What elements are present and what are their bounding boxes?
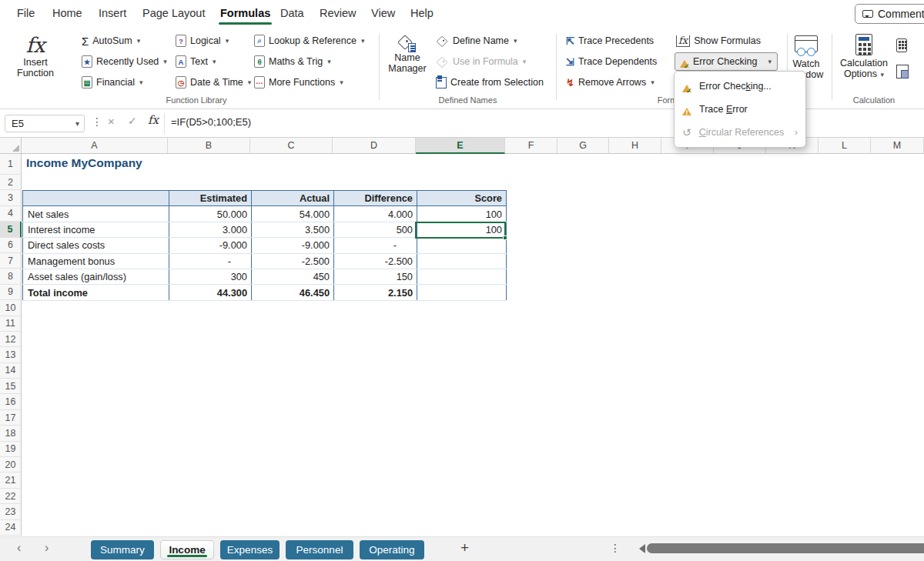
- sheet-tab-operating[interactable]: Operating: [360, 540, 424, 559]
- column-header-E[interactable]: E: [416, 138, 505, 154]
- row-header-24[interactable]: 24: [0, 520, 22, 536]
- table-cell[interactable]: 44.300: [169, 285, 252, 300]
- row-header-23[interactable]: 23: [0, 504, 22, 519]
- more-functions-button[interactable]: ⋯ More Functions▾: [254, 74, 343, 91]
- column-header-D[interactable]: D: [333, 138, 416, 154]
- table-cell[interactable]: [417, 285, 507, 300]
- table-cell[interactable]: 46.450: [252, 285, 334, 300]
- menu-tab-page-layout[interactable]: Page Layout: [142, 7, 205, 19]
- table-cell[interactable]: -2.500: [252, 253, 334, 269]
- table-cell[interactable]: 450: [252, 269, 334, 284]
- sheet-content[interactable]: Income MyCompany EstimatedActualDifferen…: [22, 154, 924, 536]
- sheet-tab-summary[interactable]: Summary: [91, 540, 154, 559]
- table-cell[interactable]: [23, 191, 169, 206]
- insert-function-button[interactable]: fx Insert Function: [12, 34, 59, 78]
- row-header-19[interactable]: 19: [0, 442, 22, 457]
- table-cell[interactable]: 54.000: [252, 206, 334, 222]
- row-header-10[interactable]: 10: [0, 300, 22, 316]
- table-cell[interactable]: 100: [417, 206, 507, 222]
- table-cell[interactable]: -9.000: [169, 238, 252, 253]
- row-header-11[interactable]: 11: [0, 316, 22, 332]
- show-formulas-button[interactable]: fx Show Formulas: [676, 32, 761, 49]
- menu-item-error-checking[interactable]: ✓ Error Checking...: [675, 75, 805, 98]
- table-cell[interactable]: Actual: [252, 191, 334, 206]
- table-cell[interactable]: 3.500: [252, 222, 334, 237]
- table-cell[interactable]: -9.000: [252, 238, 334, 253]
- trace-precedents-button[interactable]: ⇱ Trace Precedents: [566, 32, 654, 49]
- fill-handle[interactable]: [503, 235, 507, 240]
- autosum-button[interactable]: Σ AutoSum▾: [82, 32, 140, 49]
- row-header-6[interactable]: 6: [0, 238, 22, 253]
- lookup-reference-button[interactable]: ⌕ Lookup & Reference▾: [254, 32, 365, 49]
- row-header-9[interactable]: 9: [0, 285, 22, 300]
- table-cell[interactable]: 4.000: [334, 206, 417, 222]
- table-cell[interactable]: Total income: [23, 285, 169, 300]
- menu-tab-help[interactable]: Help: [410, 7, 434, 19]
- menu-tab-review[interactable]: Review: [320, 7, 357, 19]
- row-header-3[interactable]: 3: [0, 190, 22, 205]
- comments-button[interactable]: Comment: [855, 4, 924, 24]
- sheet-tab-income[interactable]: Income: [160, 540, 214, 559]
- formula-bar-options-icon[interactable]: ⋮: [92, 115, 102, 128]
- row-header-8[interactable]: 8: [0, 269, 22, 284]
- column-header-L[interactable]: L: [819, 138, 871, 154]
- row-header-12[interactable]: 12: [0, 332, 22, 347]
- cell-a1-title[interactable]: Income MyCompany: [26, 156, 142, 170]
- menu-tab-file[interactable]: File: [17, 7, 35, 19]
- sheet-tab-expenses[interactable]: Expenses: [220, 540, 280, 559]
- date-time-button[interactable]: ◷ Date & Time▾: [176, 74, 251, 91]
- trace-dependents-button[interactable]: ⇲ Trace Dependents: [566, 53, 657, 70]
- row-header-2[interactable]: 2: [0, 175, 22, 190]
- sheet-tab-personnel[interactable]: Personnel: [286, 540, 353, 559]
- table-cell[interactable]: -2.500: [334, 253, 417, 269]
- create-from-selection-button[interactable]: Create from Selection: [436, 74, 544, 91]
- error-checking-button[interactable]: ✓ Error Checking ▾: [675, 52, 778, 71]
- calculation-options-button[interactable]: Calculation Options ▾: [836, 34, 892, 80]
- menu-item-circular-references[interactable]: ↺ Circular References ›: [675, 121, 805, 144]
- remove-arrows-button[interactable]: ↯ Remove Arrows▾: [566, 74, 654, 91]
- table-cell[interactable]: 2.150: [334, 285, 417, 300]
- row-header-14[interactable]: 14: [0, 363, 22, 379]
- row-header-16[interactable]: 16: [0, 394, 22, 409]
- logical-button[interactable]: ? Logical▾: [176, 32, 229, 49]
- column-header-F[interactable]: F: [505, 138, 557, 154]
- calculate-now-button[interactable]: [896, 38, 907, 55]
- add-sheet-button[interactable]: +: [460, 539, 469, 556]
- table-cell[interactable]: Interest income: [23, 222, 169, 237]
- column-header-B[interactable]: B: [168, 138, 250, 154]
- cancel-icon[interactable]: ×: [108, 115, 115, 128]
- formula-input[interactable]: =IF(D5>0;100;E5): [171, 116, 251, 128]
- table-cell[interactable]: -: [334, 238, 417, 253]
- row-header-21[interactable]: 21: [0, 473, 22, 488]
- table-cell[interactable]: Estimated: [169, 191, 252, 206]
- financial-button[interactable]: ▤ Financial▾: [82, 74, 143, 91]
- row-header-4[interactable]: 4: [0, 206, 22, 222]
- menu-item-trace-error[interactable]: ! Trace Error: [675, 98, 805, 121]
- table-cell[interactable]: 3.000: [169, 222, 252, 237]
- menu-tab-formulas[interactable]: Formulas: [220, 7, 270, 19]
- row-header-20[interactable]: 20: [0, 457, 22, 473]
- menu-tab-insert[interactable]: Insert: [99, 7, 126, 19]
- column-header-H[interactable]: H: [609, 138, 661, 154]
- table-cell[interactable]: [417, 253, 507, 269]
- maths-trig-button[interactable]: θ Maths & Trig▾: [254, 53, 331, 70]
- row-header-18[interactable]: 18: [0, 426, 22, 441]
- recently-used-button[interactable]: ★ Recently Used▾: [82, 53, 167, 70]
- insert-function-icon[interactable]: fx: [148, 113, 159, 127]
- menu-tab-view[interactable]: View: [371, 7, 395, 19]
- row-header-22[interactable]: 22: [0, 489, 22, 504]
- table-cell[interactable]: Difference: [334, 191, 417, 206]
- next-sheet-arrow[interactable]: ›: [45, 541, 49, 555]
- scroll-left-arrow[interactable]: [634, 544, 645, 553]
- name-manager-button[interactable]: Name Manager: [385, 35, 430, 74]
- text-button[interactable]: A Text▾: [176, 53, 216, 70]
- selected-cell-e5[interactable]: [415, 222, 506, 239]
- row-header-1[interactable]: 1: [0, 154, 22, 175]
- column-header-C[interactable]: C: [250, 138, 333, 154]
- name-box[interactable]: E5 ▾: [5, 115, 85, 132]
- prev-sheet-arrow[interactable]: ‹: [17, 541, 21, 555]
- tab-bar-options-icon[interactable]: ⋮: [610, 542, 621, 554]
- row-header-17[interactable]: 17: [0, 410, 22, 426]
- table-cell[interactable]: -: [169, 253, 252, 269]
- table-cell[interactable]: 50.000: [169, 206, 252, 222]
